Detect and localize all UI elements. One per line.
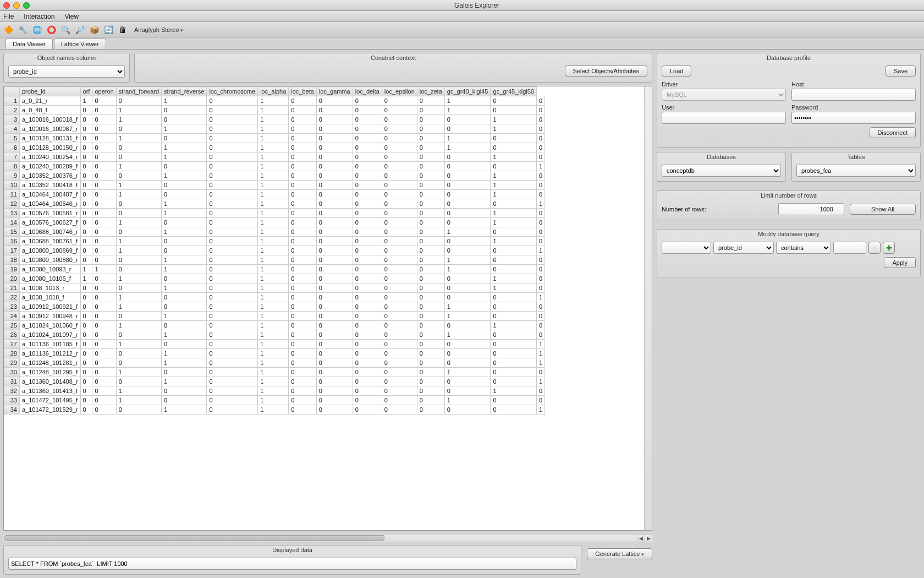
table-cell[interactable]: 0 (289, 96, 317, 106)
table-cell[interactable]: a_100464_100546_r (20, 199, 81, 209)
row-header[interactable]: 19 (4, 265, 20, 274)
row-header[interactable]: 20 (4, 274, 20, 283)
table-cell[interactable]: 0 (382, 143, 417, 152)
table-cell[interactable]: 0 (537, 321, 545, 330)
table-cell[interactable]: 0 (316, 246, 353, 255)
table-cell[interactable]: 1 (258, 386, 289, 396)
table-cell[interactable]: 0 (537, 181, 545, 190)
table-cell[interactable]: 1 (258, 124, 289, 134)
table-cell[interactable]: 0 (92, 162, 116, 171)
table-cell[interactable]: 0 (537, 274, 545, 283)
table-cell[interactable]: 0 (207, 330, 258, 340)
table-cell[interactable]: 0 (116, 209, 161, 218)
table-cell[interactable]: 0 (491, 227, 537, 237)
table-cell[interactable]: 1 (444, 106, 491, 115)
table-cell[interactable]: 0 (162, 386, 207, 396)
table-cell[interactable]: 0 (92, 386, 116, 396)
table-cell[interactable]: 1 (444, 368, 491, 377)
table-cell[interactable]: 0 (207, 358, 258, 368)
table-cell[interactable]: 0 (289, 283, 317, 293)
table-cell[interactable]: 0 (491, 143, 537, 152)
table-cell[interactable]: 0 (417, 227, 444, 237)
table-row[interactable]: 28a_101136_101212_r00010100000001 (4, 349, 545, 358)
table-cell[interactable]: 0 (207, 396, 258, 405)
column-header[interactable]: operon (92, 87, 116, 96)
table-cell[interactable]: 0 (80, 134, 92, 143)
table-cell[interactable]: 0 (382, 237, 417, 246)
table-cell[interactable]: 0 (444, 171, 491, 181)
table-cell[interactable]: 0 (80, 199, 92, 209)
table-cell[interactable]: 0 (92, 171, 116, 181)
table-cell[interactable]: 0 (116, 124, 161, 134)
table-cell[interactable]: 1 (80, 265, 92, 274)
table-cell[interactable]: 0 (80, 115, 92, 124)
table-cell[interactable]: a_100240_100289_f (20, 162, 81, 171)
table-cell[interactable]: a_101360_101413_f (20, 386, 81, 396)
table-cell[interactable]: 0 (289, 349, 317, 358)
table-cell[interactable]: 1 (116, 134, 161, 143)
table-cell[interactable]: 0 (444, 218, 491, 227)
table-cell[interactable]: 0 (353, 199, 382, 209)
table-cell[interactable]: 0 (92, 115, 116, 124)
table-cell[interactable]: 0 (162, 237, 207, 246)
row-header[interactable]: 30 (4, 368, 20, 377)
table-cell[interactable]: 0 (207, 227, 258, 237)
password-input[interactable] (791, 112, 916, 124)
table-cell[interactable]: 0 (289, 246, 317, 255)
table-cell[interactable]: 0 (80, 237, 92, 246)
table-cell[interactable]: 0 (353, 274, 382, 283)
table-cell[interactable]: 1 (116, 181, 161, 190)
table-cell[interactable]: 0 (80, 209, 92, 218)
table-cell[interactable]: 0 (289, 377, 317, 386)
table-cell[interactable]: 0 (207, 246, 258, 255)
table-cell[interactable]: 0 (289, 274, 317, 283)
table-cell[interactable]: 0 (353, 218, 382, 227)
table-cell[interactable]: a_100352_100418_f (20, 181, 81, 190)
table-cell[interactable]: 1 (162, 171, 207, 181)
table-cell[interactable]: 1 (444, 396, 491, 405)
table-cell[interactable]: 0 (289, 302, 317, 312)
select-objects-button[interactable]: Select Objects/Attributes (565, 66, 647, 77)
table-cell[interactable]: 0 (92, 237, 116, 246)
table-cell[interactable]: 0 (353, 209, 382, 218)
row-header[interactable]: 32 (4, 386, 20, 396)
table-cell[interactable]: 0 (80, 283, 92, 293)
table-cell[interactable]: 0 (382, 368, 417, 377)
table-cell[interactable]: 1 (162, 330, 207, 340)
table-cell[interactable]: a_101024_101097_r (20, 330, 81, 340)
table-cell[interactable]: 1 (258, 265, 289, 274)
table-cell[interactable]: 0 (353, 124, 382, 134)
table-row[interactable]: 21a_1008_1013_r00010100000010 (4, 283, 545, 293)
menu-view[interactable]: View (64, 13, 79, 20)
table-cell[interactable]: 1 (258, 134, 289, 143)
table-cell[interactable]: 0 (92, 190, 116, 199)
table-cell[interactable]: 0 (80, 293, 92, 302)
table-cell[interactable]: 0 (92, 199, 116, 209)
table-cell[interactable]: 0 (417, 321, 444, 330)
row-header[interactable]: 29 (4, 358, 20, 368)
table-cell[interactable]: 0 (316, 265, 353, 274)
modify-op-select[interactable]: contains (776, 242, 831, 254)
table-cell[interactable]: 0 (80, 330, 92, 340)
table-cell[interactable]: 1 (491, 274, 537, 283)
host-input[interactable] (791, 89, 916, 101)
table-cell[interactable]: 0 (353, 246, 382, 255)
table-cell[interactable]: 1 (258, 115, 289, 124)
table-cell[interactable]: 0 (382, 171, 417, 181)
table-cell[interactable]: a_101472_101495_f (20, 396, 81, 405)
table-cell[interactable]: 0 (444, 358, 491, 368)
table-cell[interactable]: a_0_21_r (20, 96, 81, 106)
table-cell[interactable]: 0 (316, 124, 353, 134)
table-cell[interactable]: 0 (207, 237, 258, 246)
table-cell[interactable]: 0 (353, 265, 382, 274)
table-cell[interactable]: 0 (116, 152, 161, 162)
row-header[interactable]: 8 (4, 162, 20, 171)
hscroll-right-icon[interactable]: ▶ (645, 535, 652, 542)
table-cell[interactable]: 0 (289, 171, 317, 181)
table-cell[interactable]: 0 (289, 340, 317, 349)
table-cell[interactable]: a_100576_100581_r (20, 209, 81, 218)
table-cell[interactable]: 1 (258, 293, 289, 302)
table-cell[interactable]: 0 (316, 115, 353, 124)
table-cell[interactable]: 0 (316, 377, 353, 386)
table-cell[interactable]: 0 (289, 293, 317, 302)
